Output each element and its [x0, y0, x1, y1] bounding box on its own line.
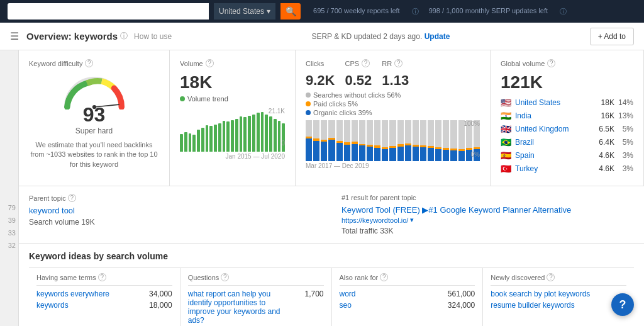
country-name[interactable]: Turkey: [515, 164, 592, 173]
add-to-button[interactable]: + Add to: [590, 28, 634, 45]
country-name[interactable]: Spain: [515, 151, 592, 160]
ideas-col-header-text: Having same terms: [36, 274, 96, 281]
country-volume: 16K: [596, 111, 614, 120]
country-row: 🇮🇳 India 16K 13%: [501, 111, 633, 121]
clicks-chart-labels: Mar 2017 — Dec 2019: [306, 162, 480, 169]
keyword-link[interactable]: word: [340, 289, 444, 298]
clicks-bar-segment: [420, 147, 426, 161]
country-volume: 4.6K: [596, 151, 614, 160]
country-row: 🇬🇧 United Kingdom 6.5K 5%: [501, 124, 633, 134]
difficulty-info-icon[interactable]: ?: [85, 59, 93, 67]
keyword-link[interactable]: what report can help you identify opport…: [188, 289, 292, 325]
country-name[interactable]: United States: [515, 98, 592, 107]
chevron-down-icon: ▾: [267, 7, 270, 16]
rr-info-icon[interactable]: ?: [394, 59, 402, 67]
volume-bar: [278, 121, 281, 152]
clicks-col: Clicks 9.2K: [306, 60, 335, 89]
clicks-bar-segment: [344, 120, 350, 142]
paid-clicks-dot: [306, 101, 311, 106]
country-name[interactable]: Brazil: [515, 138, 592, 147]
how-to-use-link[interactable]: How to use: [134, 32, 172, 41]
clicks-chart: 100% 0% Mar 2017 — Dec 2019: [306, 120, 480, 169]
keyword-row: word 561,000: [340, 289, 475, 298]
keyword-link[interactable]: keywords everywhere: [36, 289, 141, 298]
volume-bar: [252, 115, 255, 152]
help-button[interactable]: ?: [611, 293, 634, 316]
country-pct: 3%: [618, 164, 633, 173]
keyword-link[interactable]: resume builder keywords: [491, 301, 595, 310]
clicks-date-range: Mar 2017 — Dec 2019: [306, 162, 369, 169]
keyword-link[interactable]: keywords: [36, 301, 141, 310]
volume-info-icon[interactable]: ?: [206, 59, 214, 67]
result-url: https://keywordtool.io/ ▾: [341, 216, 634, 224]
volume-bar: [192, 135, 196, 152]
country-select[interactable]: United States ▾: [214, 3, 275, 20]
country-name[interactable]: United Kingdom: [515, 125, 592, 133]
volume-bar: [248, 116, 251, 152]
cps-info-icon[interactable]: ?: [362, 59, 370, 67]
clicks-pct-min: 0%: [471, 151, 480, 158]
parent-topic-col: Parent topic ? keyword tool Search volum…: [29, 194, 321, 235]
rr-value: 1.13: [382, 72, 409, 89]
clicks-bar-col: [374, 120, 380, 161]
volume-bar: [214, 125, 217, 152]
volume-chart-labels: Jan 2015 — Jul 2020: [180, 153, 285, 160]
clicks-bar-col: [389, 120, 396, 161]
clicks-bar-segment: [450, 150, 457, 161]
volume-date-range: Jan 2015 — Jul 2020: [225, 153, 285, 160]
clicks-legend: Searches without clicks 56% Paid clicks …: [306, 91, 480, 116]
volume-trend: Volume trend: [180, 95, 285, 103]
hamburger-icon[interactable]: ☰: [10, 30, 19, 42]
keyword-ideas-title: Keyword ideas by search volume: [29, 251, 634, 261]
clicks-bar-segment: [313, 141, 319, 162]
ideas-col-info-icon[interactable]: ?: [98, 273, 106, 281]
clicks-bar-segment: [389, 148, 396, 161]
rr-label: RR ?: [382, 59, 409, 67]
keyword-row: keywords 18,000: [36, 301, 172, 310]
search-icon: 🔍: [286, 6, 296, 16]
volume-bar: [226, 121, 230, 152]
reports-info-icon[interactable]: ⓘ: [412, 7, 419, 16]
ideas-col-info-icon[interactable]: ?: [380, 273, 388, 281]
update-link[interactable]: Update: [425, 32, 450, 41]
result-title[interactable]: Keyword Tool (FREE) ▶#1 Google Keyword P…: [341, 205, 634, 215]
clicks-bar-col: [397, 120, 404, 161]
no-clicks-legend: Searches without clicks 56%: [306, 91, 480, 99]
clicks-bar-segment: [389, 120, 396, 146]
result-col: #1 result for parent topic Keyword Tool …: [341, 194, 634, 235]
ideas-column: Questions ?what report can help you iden…: [180, 268, 332, 326]
clicks-bar-segment: [352, 144, 358, 161]
clicks-bar-col: [344, 120, 350, 161]
volume-bar: [201, 128, 204, 152]
parent-topic-link[interactable]: keyword tool: [29, 206, 75, 215]
search-button[interactable]: 🔍: [280, 3, 301, 20]
global-info-icon[interactable]: ?: [547, 59, 555, 67]
serp-info-icon[interactable]: ⓘ: [560, 7, 567, 16]
clicks-bar-segment: [328, 140, 335, 161]
keyword-link[interactable]: book search by plot keywords: [491, 289, 595, 298]
ideas-column: Also rank for ?word 561,000seo 324,000: [332, 268, 484, 326]
parent-topic-label: Parent topic ?: [29, 194, 321, 202]
volume-bar: [261, 112, 264, 152]
search-input[interactable]: keywords: [8, 3, 209, 20]
keyword-link[interactable]: seo: [340, 301, 444, 310]
volume-bar: [206, 125, 209, 152]
country-pct: 13%: [618, 111, 633, 120]
clicks-bar-segment: [367, 147, 373, 161]
parent-topic-info-icon[interactable]: ?: [68, 194, 76, 202]
result-url-text[interactable]: https://keywordtool.io/: [341, 216, 408, 224]
country-flag: 🇧🇷: [501, 137, 511, 147]
clicks-bar-segment: [313, 120, 319, 138]
ideas-col-info-icon[interactable]: ?: [221, 273, 229, 281]
clicks-bar-col: [359, 120, 365, 161]
country-name[interactable]: India: [515, 111, 592, 120]
dropdown-icon[interactable]: ▾: [410, 216, 414, 224]
no-clicks-dot: [306, 93, 311, 98]
ideas-column: Having same terms ?keywords everywhere 3…: [29, 268, 180, 326]
ideas-col-info-icon[interactable]: ?: [547, 273, 555, 281]
clicks-bar-segment: [397, 147, 404, 161]
country-pct: 3%: [618, 151, 633, 160]
country-row: 🇪🇸 Spain 4.6K 3%: [501, 150, 633, 160]
keyword-row: book search by plot keywords: [491, 289, 626, 298]
question-icon: ⓘ: [120, 31, 128, 42]
